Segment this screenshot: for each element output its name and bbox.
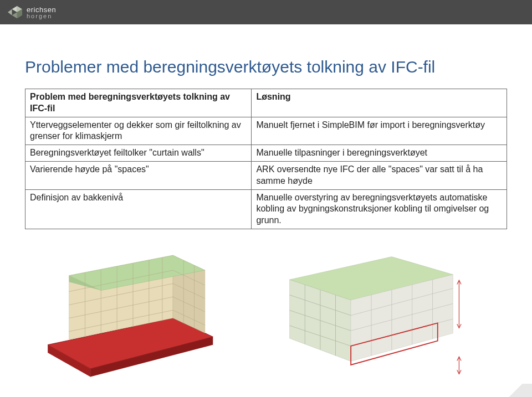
building-illustrations: [25, 244, 507, 382]
problem-cell: Varierende høyde på "spaces": [25, 161, 252, 189]
logo: erichsen horgen: [8, 5, 56, 19]
table-row: Beregningsverktøyet feiltolker "curtain …: [25, 145, 507, 162]
svg-marker-2: [12, 12, 17, 18]
solution-cell: Manuelle tilpasninger i beregningsverktø…: [252, 145, 507, 162]
table-header-problem: Problem med beregningsverktøyets tolknin…: [25, 89, 252, 117]
table-header-solution: Løsning: [252, 89, 507, 117]
page-title: Problemer med beregningsverktøyets tolkn…: [25, 58, 507, 76]
problem-cell: Beregningsverktøyet feiltolker "curtain …: [25, 145, 252, 162]
solution-cell: ARK oversendte nye IFC der alle "spaces"…: [252, 161, 507, 189]
problem-cell: Ytterveggselementer og dekker som gir fe…: [25, 117, 252, 145]
corner-decoration: [454, 384, 532, 397]
solution-cell: Manuelle overstyring av beregningsverktø…: [252, 189, 507, 229]
svg-marker-0: [8, 9, 12, 15]
building-illustration-right: [274, 244, 468, 382]
logo-text: erichsen horgen: [27, 6, 56, 19]
table-header-row: Problem med beregningsverktøyets tolknin…: [25, 89, 507, 117]
building-illustration-left: [36, 244, 230, 382]
slide-content: Problemer med beregningsverktøyets tolkn…: [0, 24, 532, 393]
table-row: Varierende høyde på "spaces" ARK oversen…: [25, 161, 507, 189]
problem-solution-table: Problem med beregningsverktøyets tolknin…: [25, 89, 507, 229]
solution-cell: Manuelt fjernet i SimpleBIM før import i…: [252, 117, 507, 145]
table-row: Definisjon av bakkenivå Manuelle oversty…: [25, 189, 507, 229]
table-row: Ytterveggselementer og dekker som gir fe…: [25, 117, 507, 145]
svg-marker-1: [12, 6, 17, 12]
logo-icon: [8, 5, 23, 19]
brand-sub: horgen: [27, 13, 56, 19]
problem-cell: Definisjon av bakkenivå: [25, 189, 252, 229]
header-bar: erichsen horgen: [0, 0, 532, 24]
